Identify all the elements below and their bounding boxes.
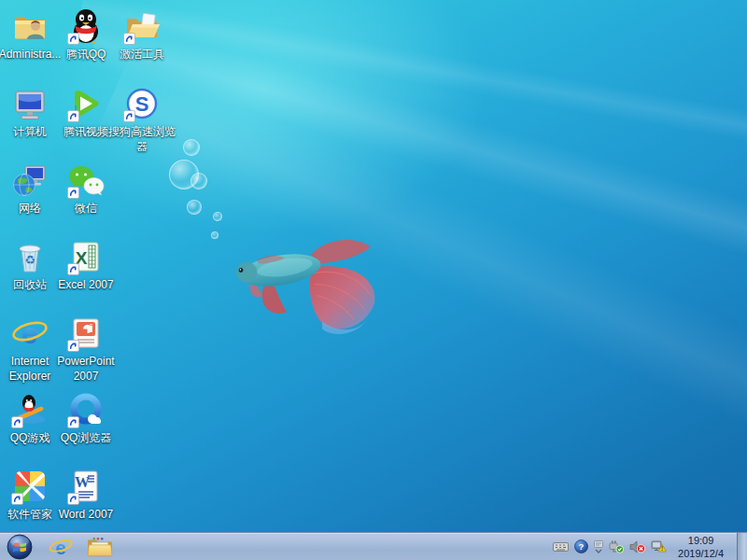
shortcut-arrow-icon [67, 110, 79, 122]
betta-fish-icon [229, 227, 388, 337]
icon-label: PowerPoint 2007 [50, 355, 121, 384]
hidden-tray-mini-icon [594, 540, 603, 548]
icon-label: QQ浏览器 [50, 431, 121, 446]
bubble [190, 173, 207, 189]
bubble [213, 212, 222, 221]
windows-logo-icon [7, 534, 33, 560]
icon-label: Excel 2007 [50, 278, 121, 293]
icon-label: 微信 [50, 202, 121, 217]
folder-icon [87, 536, 113, 558]
icon-label: 激活工具 [106, 48, 177, 63]
recycle-bin-icon: ♻ [11, 238, 49, 275]
icon-label: 搜狗高速浏览器 [106, 125, 177, 154]
shortcut-arrow-icon [67, 187, 79, 199]
clock-time: 19:09 [688, 535, 714, 548]
network-globe-icon [11, 161, 49, 199]
shortcut-arrow-icon [67, 493, 79, 505]
exclamation-glyph: ! [661, 545, 663, 552]
desktop-icon-powerpoint-2007[interactable]: PowerPoint 2007 [50, 315, 121, 384]
desktop-background[interactable]: Administra... 腾讯QQ [0, 0, 747, 560]
bubble [183, 139, 200, 156]
shortcut-arrow-icon [11, 493, 23, 505]
wallpaper-light-ray [78, 0, 747, 160]
desktop-icon-wechat[interactable]: 微信 [50, 161, 121, 217]
shortcut-arrow-icon [123, 33, 135, 45]
internet-explorer-icon: e [49, 535, 73, 559]
taskbar: e [0, 532, 747, 560]
ie-e-glyph: e [55, 536, 65, 557]
usb-safely-remove-icon[interactable] [609, 539, 624, 553]
computer-monitor-icon [11, 85, 49, 122]
word-w-glyph: W [75, 474, 90, 490]
desktop-icon-excel-2007[interactable]: X Excel 2007 [50, 238, 121, 293]
shortcut-arrow-icon [67, 33, 79, 45]
shortcut-arrow-icon [67, 340, 79, 352]
taskbar-windows-explorer-button[interactable] [84, 533, 116, 560]
wallpaper-light-ray [94, 54, 747, 454]
internet-explorer-icon: e [11, 315, 49, 352]
ie-e-glyph: e [21, 316, 38, 350]
shortcut-arrow-icon [67, 263, 79, 275]
volume-muted-icon[interactable] [629, 540, 645, 553]
shortcut-arrow-icon [67, 416, 79, 428]
recycle-symbol-glyph: ♻ [24, 253, 35, 267]
taskbar-clock[interactable]: 19:09 2019/12/4 [672, 533, 729, 560]
bubble [211, 231, 218, 239]
chevron-down-icon [595, 549, 602, 553]
question-mark-glyph: ? [579, 541, 585, 552]
bubble [187, 200, 202, 215]
desktop-icon-activation-tool[interactable]: 激活工具 [106, 7, 177, 63]
keyboard-language-indicator-icon[interactable] [553, 541, 569, 553]
shortcut-arrow-icon [123, 110, 135, 122]
start-button[interactable] [4, 533, 35, 560]
network-status-warning-icon[interactable]: ! [651, 540, 667, 553]
user-folder-icon [11, 7, 49, 45]
help-tray-icon[interactable]: ? [574, 539, 588, 553]
icon-label: Word 2007 [50, 508, 121, 523]
desktop-icon-qq-browser[interactable]: QQ浏览器 [50, 391, 121, 446]
desktop-icon-word-2007[interactable]: W Word 2007 [50, 468, 121, 523]
show-hidden-icons-button[interactable] [594, 540, 603, 553]
shortcut-arrow-icon [11, 416, 23, 428]
sogou-s-glyph: S [135, 92, 149, 116]
clock-date: 2019/12/4 [678, 548, 724, 560]
taskbar-internet-explorer-button[interactable]: e [47, 533, 75, 560]
desktop-icon-sogou-browser[interactable]: S 搜狗高速浏览器 [106, 85, 177, 154]
show-desktop-button[interactable] [737, 533, 747, 560]
system-tray: ? [553, 533, 747, 560]
